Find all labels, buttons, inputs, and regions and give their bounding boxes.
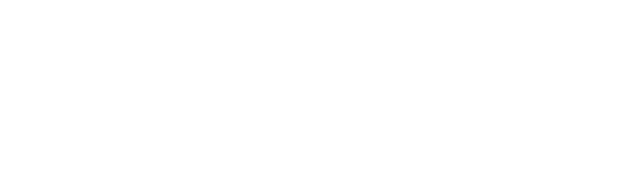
connections-svg [0,0,644,169]
diagram-container [0,0,644,169]
